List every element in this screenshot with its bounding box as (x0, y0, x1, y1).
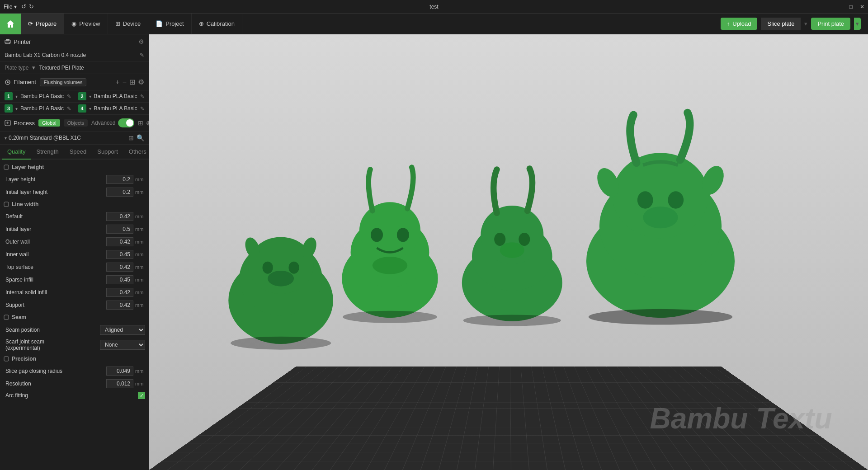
precision-group-header[interactable]: Precision (0, 353, 149, 365)
lw-outer-wall-input[interactable] (106, 237, 133, 246)
filament-2-dropdown: ▾ (89, 94, 91, 99)
tab-strength[interactable]: Strength (31, 145, 64, 160)
scarf-joint-label: Scarf joint seam (experimental) (5, 338, 100, 351)
lw-internal-solid-unit: mm (135, 290, 145, 295)
project-icon: 📄 (156, 20, 163, 27)
lw-sparse-infill-input[interactable] (106, 275, 133, 284)
resolution-label: Resolution (5, 381, 106, 387)
initial-layer-height-unit: mm (135, 189, 145, 195)
arc-fitting-row: Arc fitting ✓ (0, 390, 149, 401)
svg-point-24 (263, 261, 273, 273)
flush-volumes-button[interactable]: Flushing volumes (40, 78, 87, 86)
scarf-joint-select[interactable]: None (100, 340, 145, 350)
prepare-label: Prepare (36, 20, 57, 27)
slice-dropdown-arrow[interactable]: ▾ (804, 20, 807, 27)
seam-position-select[interactable]: Aligned Nearest Random (100, 325, 145, 335)
initial-layer-height-row: Initial layer height 0.2 mm (0, 186, 149, 198)
home-button[interactable] (0, 14, 21, 34)
device-label: Device (123, 20, 141, 27)
resolution-input[interactable] (106, 379, 133, 388)
filament-settings-icon[interactable]: ⚙ (138, 78, 144, 86)
filament-2-edit-icon[interactable]: ✎ (140, 94, 144, 99)
slice-gap-input[interactable] (106, 367, 133, 376)
file-menu[interactable]: File ▾ (4, 4, 17, 10)
preview-icon: ◉ (71, 20, 76, 27)
calibration-label: Calibration (207, 20, 235, 27)
tab-quality[interactable]: Quality (2, 145, 31, 160)
svg-point-43 (463, 315, 561, 326)
file-label[interactable]: File (4, 4, 12, 10)
remove-filament-icon[interactable]: − (123, 78, 127, 86)
tab-prepare[interactable]: ⟳ Prepare (21, 14, 64, 34)
layer-height-input[interactable]: 0.2 (106, 175, 133, 184)
filament-4-edit-icon[interactable]: ✎ (140, 106, 144, 112)
tab-device[interactable]: ⊞ Device (108, 14, 149, 34)
print-dropdown-arrow[interactable]: ▾ (854, 18, 861, 30)
printer-settings-icon[interactable]: ⚙ (138, 38, 144, 45)
quality-tabs: Quality Strength Speed Support Others (0, 145, 149, 160)
3d-scene[interactable]: Bambu Textu 5 (149, 34, 868, 470)
tab-others[interactable]: Others (123, 145, 149, 160)
device-icon: ⊞ (115, 20, 120, 27)
tab-calibration[interactable]: ⊕ Calibration (192, 14, 242, 34)
lw-support-row: Support mm (0, 299, 149, 311)
filament-1-edit-icon[interactable]: ✎ (67, 94, 71, 99)
close-button[interactable]: ✕ (860, 4, 864, 10)
line-width-group-header[interactable]: Line width (0, 198, 149, 210)
dragon-models (207, 87, 818, 383)
arc-fitting-checkbox[interactable]: ✓ (138, 392, 145, 399)
tab-speed[interactable]: Speed (64, 145, 92, 160)
dropdown-icon[interactable]: ▾ (14, 4, 17, 10)
slice-plate-button[interactable]: Slice plate (761, 18, 801, 30)
process-action-icons: ⊞ ⊕ (138, 119, 149, 127)
main-layout: Printer ⚙ Bambu Lab X1 Carbon 0.4 nozzle… (0, 34, 868, 470)
tag-global[interactable]: Global (38, 119, 60, 127)
add-filament-icon[interactable]: + (115, 78, 119, 86)
lw-top-surface-input[interactable] (106, 263, 133, 272)
resolution-row: Resolution mm (0, 377, 149, 390)
tab-project[interactable]: 📄 Project (148, 14, 191, 34)
lw-support-input[interactable] (106, 301, 133, 310)
svg-rect-8 (4, 315, 9, 320)
top-navigation: ⟳ Prepare ◉ Preview ⊞ Device 📄 Project ⊕… (0, 14, 868, 34)
process-copy-icon[interactable]: ⊞ (138, 119, 143, 127)
preview-label: Preview (79, 20, 100, 27)
svg-point-26 (268, 271, 294, 287)
lw-default-input[interactable] (106, 212, 133, 221)
undo-icon[interactable]: ↺ (21, 3, 26, 10)
tag-objects[interactable]: Objects (64, 119, 88, 127)
profile-search-icon[interactable]: 🔍 (137, 134, 144, 141)
lw-sparse-infill-value-group: mm (106, 275, 145, 284)
lw-initial-input[interactable] (106, 225, 133, 234)
lw-inner-wall-row: Inner wall mm (0, 248, 149, 261)
seam-group-header[interactable]: Seam (0, 311, 149, 323)
advanced-toggle[interactable] (118, 118, 134, 127)
svg-point-41 (519, 233, 530, 246)
lw-inner-wall-input[interactable] (106, 250, 133, 259)
initial-layer-height-input[interactable]: 0.2 (106, 188, 133, 197)
filament-3-badge: 3 (5, 104, 13, 113)
redo-icon[interactable]: ↻ (29, 3, 34, 10)
svg-point-51 (643, 207, 678, 228)
nav-right-actions: ↑ Upload Slice plate ▾ Print plate ▾ (721, 18, 868, 30)
tab-support[interactable]: Support (92, 145, 123, 160)
tab-preview[interactable]: ◉ Preview (64, 14, 108, 34)
upload-button[interactable]: ↑ Upload (721, 18, 758, 30)
maximize-button[interactable]: □ (849, 4, 853, 10)
filament-controls: + − ⊞ ⚙ (115, 78, 144, 86)
initial-layer-height-value-group: 0.2 mm (106, 188, 145, 197)
layer-height-group-header[interactable]: Layer height (0, 161, 149, 173)
filament-4-badge: 4 (78, 104, 86, 113)
filament-1-dropdown: ▾ (15, 94, 18, 99)
minimize-button[interactable]: — (837, 4, 842, 10)
lw-outer-wall-unit: mm (135, 239, 145, 244)
prepare-icon: ⟳ (28, 20, 33, 27)
profile-save-icon[interactable]: ⊞ (128, 134, 134, 141)
printer-edit-icon[interactable]: ✎ (140, 52, 144, 58)
lw-internal-solid-input[interactable] (106, 288, 133, 297)
print-plate-button[interactable]: Print plate (811, 18, 850, 30)
filament-presets-icon[interactable]: ⊞ (129, 78, 135, 86)
filament-3-edit-icon[interactable]: ✎ (67, 106, 71, 112)
lw-outer-wall-value-group: mm (106, 237, 145, 246)
viewport: ↺ ▭ ◎ (149, 34, 868, 470)
